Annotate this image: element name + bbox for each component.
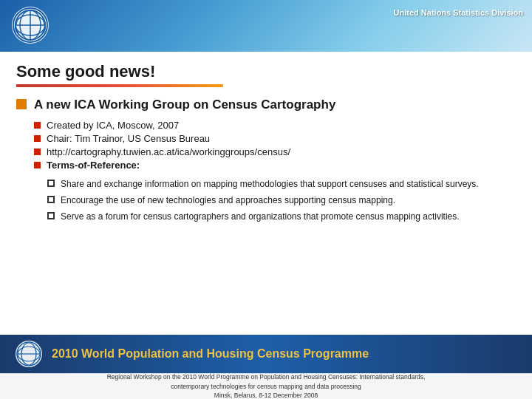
bullet-text: Chair: Tim Trainor, US Census Bureau bbox=[47, 133, 210, 144]
list-item: Terms-of-Reference: bbox=[34, 160, 516, 174]
sub-bullet-text: Serve as a forum for census cartographer… bbox=[61, 211, 516, 223]
sub-bullet-text: Encourage the use of new technologies an… bbox=[61, 194, 516, 207]
bottom-banner-text: 2010 World Population and Housing Census… bbox=[52, 347, 369, 361]
main-content-wrapper: Some good news! A new ICA Working Group … bbox=[0, 52, 532, 231]
hollow-bullet-icon bbox=[47, 196, 55, 203]
bullet-text: Created by ICA, Moscow, 2007 bbox=[47, 120, 179, 131]
title-divider bbox=[16, 84, 223, 87]
footer-text: Regional Workshop on the 2010 World Prog… bbox=[107, 372, 426, 399]
un-title: United Nations Statistics Division bbox=[394, 7, 523, 18]
bullet-text: http://cartography.tuwien.ac.at/ica/work… bbox=[47, 146, 290, 157]
list-item: http://cartography.tuwien.ac.at/ica/work… bbox=[34, 146, 516, 157]
list-item: Serve as a forum for census cartographer… bbox=[47, 211, 516, 223]
section-bullet bbox=[16, 99, 27, 109]
census-logo-icon bbox=[15, 340, 43, 368]
red-bullet-icon bbox=[34, 122, 41, 129]
list-item: Encourage the use of new technologies an… bbox=[47, 194, 516, 207]
list-item: Created by ICA, Moscow, 2007 bbox=[34, 120, 516, 131]
bottom-title-line1: 2010 World Population and Housing Census… bbox=[52, 347, 369, 361]
red-bullet-icon bbox=[34, 135, 41, 142]
bottom-banner: 2010 World Population and Housing Census… bbox=[0, 335, 532, 373]
un-logo bbox=[11, 6, 50, 44]
red-bullet-icon bbox=[34, 149, 41, 155]
section-heading: A new ICA Working Group on Census Cartog… bbox=[34, 98, 335, 112]
sub-bullet-list: Share and exchange information on mappin… bbox=[47, 178, 516, 222]
main-content: Some good news! A new ICA Working Group … bbox=[0, 52, 532, 231]
hollow-bullet-icon bbox=[47, 212, 55, 219]
content-area: Created by ICA, Moscow, 2007 Chair: Tim … bbox=[34, 120, 516, 222]
page-title: Some good news! bbox=[16, 62, 516, 81]
sub-section-title: Terms-of-Reference: bbox=[47, 160, 140, 171]
sub-bullet-text: Share and exchange information on mappin… bbox=[61, 178, 516, 191]
list-item: Chair: Tim Trainor, US Census Bureau bbox=[34, 133, 516, 144]
main-bullets: Created by ICA, Moscow, 2007 Chair: Tim … bbox=[34, 120, 516, 174]
footer: Regional Workshop on the 2010 World Prog… bbox=[0, 373, 532, 399]
list-item: Share and exchange information on mappin… bbox=[47, 178, 516, 191]
top-banner: United Nations Statistics Division bbox=[0, 0, 532, 52]
hollow-bullet-icon bbox=[47, 180, 55, 187]
section-header: A new ICA Working Group on Census Cartog… bbox=[16, 98, 516, 112]
red-bullet-icon bbox=[34, 162, 41, 168]
